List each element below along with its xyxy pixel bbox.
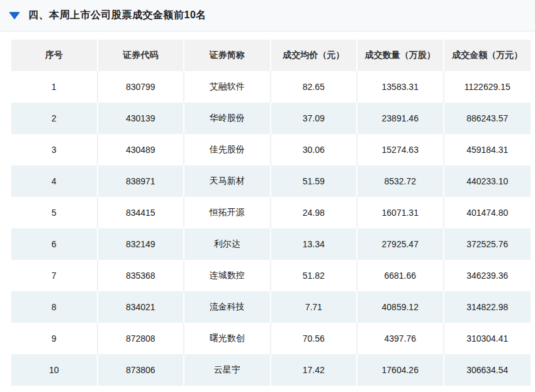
cell-volume: 23891.46 <box>358 103 444 134</box>
table-row: 1830799艾融软件82.6513583.311122629.15 <box>11 71 531 103</box>
cell-name: 艾融软件 <box>184 71 271 103</box>
cell-price: 37.09 <box>271 103 358 134</box>
table-row: 9872808曙光数创70.564397.76310304.41 <box>11 323 531 354</box>
collapse-triangle-icon[interactable] <box>9 12 20 20</box>
table-header: 序号 证券代码 证券简称 成交均价（元） 成交数量（万股） 成交金额（万元） <box>11 40 531 71</box>
cell-rank: 4 <box>11 165 98 197</box>
cell-name: 曙光数创 <box>184 323 271 354</box>
cell-code: 872808 <box>98 323 185 354</box>
cell-volume: 17604.26 <box>358 354 444 386</box>
cell-name: 流金科技 <box>184 291 271 323</box>
cell-name: 佳先股份 <box>184 134 271 165</box>
column-header-code: 证券代码 <box>98 40 185 71</box>
cell-rank: 2 <box>11 103 98 134</box>
cell-amount: 310304.41 <box>444 323 531 354</box>
top10-turnover-table: 序号 证券代码 证券简称 成交均价（元） 成交数量（万股） 成交金额（万元） 1… <box>11 40 531 386</box>
cell-volume: 4397.76 <box>358 323 444 354</box>
cell-rank: 3 <box>11 134 98 165</box>
cell-rank: 10 <box>11 354 98 386</box>
cell-amount: 306634.54 <box>444 354 531 386</box>
cell-name: 连城数控 <box>184 260 271 291</box>
column-header-volume: 成交数量（万股） <box>358 40 444 71</box>
cell-volume: 8532.72 <box>358 165 444 197</box>
cell-code: 838971 <box>98 165 185 197</box>
table-header-row: 序号 证券代码 证券简称 成交均价（元） 成交数量（万股） 成交金额（万元） <box>11 40 531 71</box>
section-header: 四、本周上市公司股票成交金额前10名 <box>0 0 535 31</box>
cell-name: 云星宇 <box>184 354 271 386</box>
cell-volume: 6681.66 <box>358 260 444 291</box>
cell-rank: 5 <box>11 197 98 228</box>
table-row: 6832149利尔达13.3427925.47372525.76 <box>11 228 531 260</box>
cell-rank: 1 <box>11 71 98 103</box>
cell-price: 30.06 <box>271 134 358 165</box>
cell-volume: 16071.31 <box>358 197 444 228</box>
table-row: 4838971天马新材51.598532.72440233.10 <box>11 165 531 197</box>
cell-code: 834415 <box>98 197 185 228</box>
section-title: 四、本周上市公司股票成交金额前10名 <box>28 9 206 22</box>
cell-amount: 440233.10 <box>444 165 531 197</box>
cell-code: 430489 <box>98 134 185 165</box>
cell-volume: 15274.63 <box>358 134 444 165</box>
cell-amount: 459184.31 <box>444 134 531 165</box>
column-header-amount: 成交金额（万元） <box>444 40 531 71</box>
cell-rank: 7 <box>11 260 98 291</box>
table-body: 1830799艾融软件82.6513583.311122629.15243013… <box>11 71 531 386</box>
cell-price: 51.59 <box>271 165 358 197</box>
column-header-rank: 序号 <box>11 40 98 71</box>
cell-volume: 13583.31 <box>358 71 444 103</box>
cell-name: 天马新材 <box>184 165 271 197</box>
column-header-name: 证券简称 <box>184 40 271 71</box>
cell-amount: 401474.80 <box>444 197 531 228</box>
cell-amount: 1122629.15 <box>444 71 531 103</box>
cell-rank: 8 <box>11 291 98 323</box>
cell-volume: 40859.12 <box>358 291 444 323</box>
cell-price: 24.98 <box>271 197 358 228</box>
cell-name: 华岭股份 <box>184 103 271 134</box>
table-container: 序号 证券代码 证券简称 成交均价（元） 成交数量（万股） 成交金额（万元） 1… <box>11 40 531 386</box>
cell-price: 7.71 <box>271 291 358 323</box>
cell-price: 17.42 <box>271 354 358 386</box>
table-row: 5834415恒拓开源24.9816071.31401474.80 <box>11 197 531 228</box>
column-header-price: 成交均价（元） <box>271 40 358 71</box>
cell-rank: 9 <box>11 323 98 354</box>
cell-price: 70.56 <box>271 323 358 354</box>
cell-code: 832149 <box>98 228 185 260</box>
cell-name: 利尔达 <box>184 228 271 260</box>
cell-code: 873806 <box>98 354 185 386</box>
cell-price: 13.34 <box>271 228 358 260</box>
table-row: 10873806云星宇17.4217604.26306634.54 <box>11 354 531 386</box>
table-row: 2430139华岭股份37.0923891.46886243.57 <box>11 103 531 134</box>
cell-amount: 372525.76 <box>444 228 531 260</box>
table-row: 7835368连城数控51.826681.66346239.36 <box>11 260 531 291</box>
cell-amount: 346239.36 <box>444 260 531 291</box>
cell-price: 82.65 <box>271 71 358 103</box>
cell-price: 51.82 <box>271 260 358 291</box>
cell-rank: 6 <box>11 228 98 260</box>
cell-amount: 314822.98 <box>444 291 531 323</box>
table-row: 8834021流金科技7.7140859.12314822.98 <box>11 291 531 323</box>
cell-code: 834021 <box>98 291 185 323</box>
cell-name: 恒拓开源 <box>184 197 271 228</box>
cell-code: 430139 <box>98 103 185 134</box>
cell-amount: 886243.57 <box>444 103 531 134</box>
cell-volume: 27925.47 <box>358 228 444 260</box>
cell-code: 835368 <box>98 260 185 291</box>
table-row: 3430489佳先股份30.0615274.63459184.31 <box>11 134 531 165</box>
cell-code: 830799 <box>98 71 185 103</box>
